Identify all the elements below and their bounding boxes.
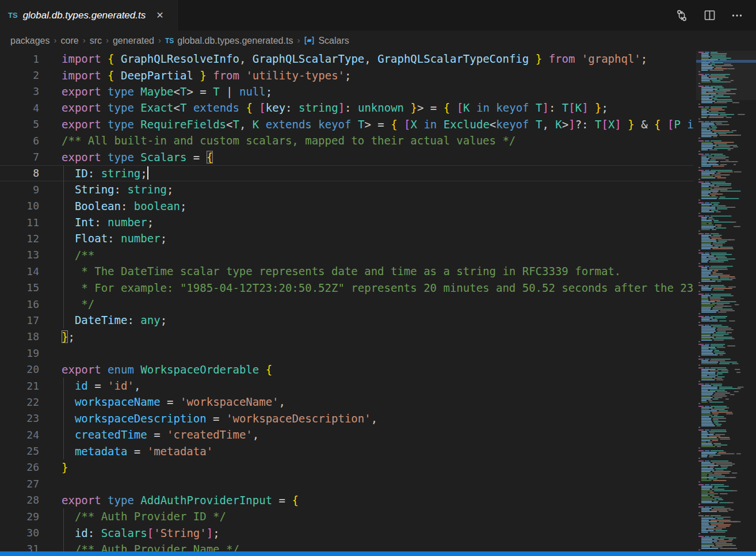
code-line[interactable]: 13 /** [0, 247, 693, 263]
code-line-text[interactable]: String: string; [39, 181, 693, 197]
close-tab-icon[interactable]: ✕ [154, 10, 165, 21]
code-line-text[interactable]: metadata = 'metadata' [39, 443, 693, 459]
line-number[interactable]: 20 [0, 363, 39, 375]
more-actions-icon[interactable] [731, 9, 743, 22]
line-number[interactable]: 16 [0, 298, 39, 310]
line-number[interactable]: 3 [0, 85, 39, 97]
line-number[interactable]: 6 [0, 135, 39, 147]
line-number[interactable]: 10 [0, 200, 39, 212]
line-number[interactable]: 31 [0, 543, 39, 551]
code-line-text[interactable] [39, 475, 693, 492]
code-line[interactable]: 6/** All built-in and custom scalars, ma… [0, 132, 693, 148]
line-number[interactable]: 1 [0, 53, 39, 65]
line-number[interactable]: 5 [0, 118, 39, 130]
code-line[interactable]: 23 workspaceDescription = 'workspaceDesc… [0, 410, 693, 426]
code-line-text[interactable]: * For example: "1985-04-12T23:20:50.52Z"… [39, 279, 693, 295]
code-line-text[interactable]: Boolean: boolean; [39, 198, 693, 214]
code-line-text[interactable]: workspaceName = 'workspaceName', [39, 394, 693, 410]
line-number[interactable]: 19 [0, 347, 39, 359]
line-number[interactable]: 26 [0, 461, 39, 473]
code-line[interactable]: 15 * For example: "1985-04-12T23:20:50.5… [0, 279, 693, 295]
line-number[interactable]: 9 [0, 184, 39, 196]
line-number[interactable]: 24 [0, 429, 39, 441]
code-line-text[interactable]: /** All built-in and custom scalars, map… [39, 132, 693, 148]
tab-global-db-types[interactable]: TS global.db.types.generated.ts ✕ [0, 0, 178, 31]
code-line-text[interactable]: ID: string; [39, 165, 693, 181]
code-line[interactable]: 21 id = 'id', [0, 378, 693, 394]
code-line[interactable]: 19 [0, 345, 693, 361]
code-line[interactable]: 30 id: Scalars['String']; [0, 524, 693, 540]
code-line-text[interactable]: /** [39, 247, 693, 263]
line-number[interactable]: 29 [0, 511, 39, 523]
line-number[interactable]: 14 [0, 265, 39, 277]
code-line[interactable]: 25 metadata = 'metadata' [0, 443, 693, 459]
line-number[interactable]: 11 [0, 216, 39, 229]
code-line-text[interactable]: import { GraphQLResolveInfo, GraphQLScal… [39, 51, 693, 67]
breadcrumb-file[interactable]: TS global.db.types.generated.ts [165, 36, 293, 46]
breadcrumb-src[interactable]: src [90, 36, 102, 46]
open-changes-icon[interactable] [675, 9, 688, 22]
code-line-text[interactable]: export type RequireFields<T, K extends k… [39, 116, 693, 132]
code-line[interactable]: 16 */ [0, 296, 693, 312]
code-line-text[interactable]: }; [39, 329, 693, 345]
line-number[interactable]: 8 [0, 167, 39, 179]
line-number[interactable]: 15 [0, 281, 39, 294]
code-line[interactable]: 14 * The DateTime scalar type represents… [0, 263, 693, 279]
code-line[interactable]: 2import { DeepPartial } from 'utility-ty… [0, 67, 693, 83]
code-line[interactable]: 28export type AddAuthProviderInput = { [0, 492, 693, 508]
line-number[interactable]: 7 [0, 151, 39, 163]
code-line-text[interactable]: id = 'id', [39, 378, 693, 394]
code-line[interactable]: 12 Float: number; [0, 230, 693, 246]
line-number[interactable]: 18 [0, 330, 39, 342]
code-line-text[interactable]: */ [39, 296, 693, 312]
code-line-text[interactable]: DateTime: any; [39, 312, 693, 328]
code-line[interactable]: 9 String: string; [0, 181, 693, 197]
code-line[interactable]: 4export type Exact<T extends { [key: str… [0, 100, 693, 116]
line-number[interactable]: 21 [0, 380, 39, 392]
line-number[interactable]: 13 [0, 249, 39, 261]
code-area[interactable]: 1import { GraphQLResolveInfo, GraphQLSca… [0, 51, 693, 551]
code-line[interactable]: 22 workspaceName = 'workspaceName', [0, 394, 693, 410]
code-line-text[interactable]: workspaceDescription = 'workspaceDescrip… [39, 410, 693, 426]
breadcrumb-symbol[interactable]: Scalars [304, 36, 349, 46]
line-number[interactable]: 22 [0, 396, 39, 408]
code-line[interactable]: 27 [0, 475, 693, 492]
code-line[interactable]: 26} [0, 459, 693, 475]
code-line-text[interactable]: export type AddAuthProviderInput = { [39, 492, 693, 508]
code-line-text[interactable]: Int: number; [39, 214, 693, 230]
line-number[interactable]: 4 [0, 102, 39, 114]
line-number[interactable]: 25 [0, 445, 39, 457]
code-line[interactable]: 3export type Maybe<T> = T | null; [0, 83, 693, 100]
code-line-text[interactable]: export enum WorkspaceOrderable { [39, 361, 693, 377]
code-line[interactable]: 1import { GraphQLResolveInfo, GraphQLSca… [0, 51, 693, 67]
code-line-text[interactable]: * The DateTime scalar type represents da… [39, 263, 693, 279]
breadcrumb-packages[interactable]: packages [10, 36, 50, 46]
code-line[interactable]: 5export type RequireFields<T, K extends … [0, 116, 693, 132]
code-line[interactable]: 24 createdTime = 'createdTime', [0, 426, 693, 443]
code-line-text[interactable] [39, 345, 693, 361]
code-line[interactable]: 31 /** Auth Provider Name */ [0, 541, 693, 551]
code-line[interactable]: 11 Int: number; [0, 214, 693, 230]
minimap[interactable] [696, 51, 756, 551]
line-number[interactable]: 12 [0, 233, 39, 245]
breadcrumb-core[interactable]: core [61, 36, 79, 46]
code-line-text[interactable]: /** Auth Provider ID */ [39, 508, 693, 524]
code-line[interactable]: 10 Boolean: boolean; [0, 198, 693, 214]
code-line[interactable]: 20export enum WorkspaceOrderable { [0, 361, 693, 377]
code-line-text[interactable]: export type Scalars = { [39, 148, 693, 165]
code-line[interactable]: 18}; [0, 329, 693, 345]
code-line-text[interactable]: export type Exact<T extends { [key: stri… [39, 100, 693, 116]
split-editor-icon[interactable] [703, 9, 716, 22]
code-line-text[interactable]: id: Scalars['String']; [39, 524, 693, 540]
code-line-text[interactable]: Float: number; [39, 230, 693, 246]
code-line-text[interactable]: createdTime = 'createdTime', [39, 426, 693, 443]
minimap-slider[interactable] [696, 51, 756, 100]
line-number[interactable]: 28 [0, 494, 39, 506]
line-number[interactable]: 23 [0, 412, 39, 424]
line-number[interactable]: 2 [0, 69, 39, 81]
line-number[interactable]: 30 [0, 527, 39, 539]
status-bar[interactable] [0, 551, 756, 556]
code-line-text[interactable]: /** Auth Provider Name */ [39, 541, 693, 551]
code-line[interactable]: 8 ID: string; [0, 165, 693, 181]
code-line[interactable]: 7export type Scalars = { [0, 148, 693, 165]
